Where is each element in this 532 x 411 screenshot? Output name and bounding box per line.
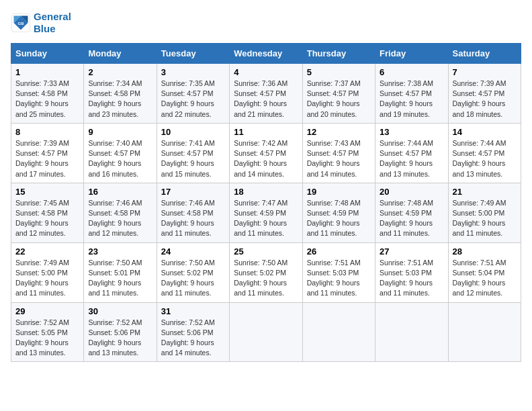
- calendar-cell: 18Sunrise: 7:47 AMSunset: 4:59 PMDayligh…: [230, 183, 302, 242]
- column-header-saturday: Saturday: [448, 44, 521, 64]
- day-info: Sunrise: 7:50 AMSunset: 5:01 PMDaylight:…: [88, 259, 142, 298]
- calendar-cell: [302, 302, 375, 362]
- day-info: Sunrise: 7:48 AMSunset: 4:59 PMDaylight:…: [380, 199, 433, 238]
- day-number: 31: [161, 306, 225, 316]
- calendar-week-row: 15Sunrise: 7:45 AMSunset: 4:58 PMDayligh…: [11, 183, 521, 242]
- calendar-cell: 8Sunrise: 7:39 AMSunset: 4:57 PMDaylight…: [11, 123, 84, 183]
- calendar-cell: 27Sunrise: 7:51 AMSunset: 5:03 PMDayligh…: [375, 242, 448, 302]
- calendar-cell: [230, 302, 302, 362]
- day-info: Sunrise: 7:42 AMSunset: 4:57 PMDaylight:…: [234, 139, 287, 178]
- calendar-cell: 22Sunrise: 7:49 AMSunset: 5:00 PMDayligh…: [11, 242, 84, 302]
- calendar-cell: 20Sunrise: 7:48 AMSunset: 4:59 PMDayligh…: [375, 183, 448, 242]
- column-header-tuesday: Tuesday: [157, 44, 229, 64]
- day-number: 6: [380, 67, 443, 77]
- day-info: Sunrise: 7:50 AMSunset: 5:02 PMDaylight:…: [161, 259, 215, 298]
- calendar-cell: 30Sunrise: 7:52 AMSunset: 5:06 PMDayligh…: [84, 302, 157, 362]
- day-number: 3: [161, 67, 225, 77]
- day-number: 15: [15, 187, 79, 197]
- day-number: 23: [88, 246, 152, 257]
- day-number: 9: [88, 127, 152, 137]
- calendar-cell: 4Sunrise: 7:36 AMSunset: 4:57 PMDaylight…: [230, 64, 302, 124]
- logo: GB General Blue: [11, 11, 71, 35]
- day-number: 16: [88, 187, 152, 197]
- calendar-table: SundayMondayTuesdayWednesdayThursdayFrid…: [11, 43, 521, 362]
- calendar-cell: 1Sunrise: 7:33 AMSunset: 4:58 PMDaylight…: [11, 64, 84, 124]
- day-info: Sunrise: 7:36 AMSunset: 4:57 PMDaylight:…: [234, 79, 287, 118]
- calendar-cell: 15Sunrise: 7:45 AMSunset: 4:58 PMDayligh…: [11, 183, 84, 242]
- calendar-week-row: 22Sunrise: 7:49 AMSunset: 5:00 PMDayligh…: [11, 242, 521, 302]
- day-number: 27: [380, 246, 443, 257]
- calendar-cell: 5Sunrise: 7:37 AMSunset: 4:57 PMDaylight…: [302, 64, 375, 124]
- day-number: 28: [453, 246, 517, 257]
- calendar-cell: 28Sunrise: 7:51 AMSunset: 5:04 PMDayligh…: [448, 242, 521, 302]
- day-info: Sunrise: 7:38 AMSunset: 4:57 PMDaylight:…: [380, 79, 433, 118]
- day-info: Sunrise: 7:46 AMSunset: 4:58 PMDaylight:…: [161, 199, 215, 238]
- svg-text:GB: GB: [18, 21, 25, 26]
- logo-text: General Blue: [34, 11, 71, 35]
- calendar-cell: 14Sunrise: 7:44 AMSunset: 4:57 PMDayligh…: [448, 123, 521, 183]
- calendar-header-row: SundayMondayTuesdayWednesdayThursdayFrid…: [11, 44, 521, 64]
- calendar-cell: 2Sunrise: 7:34 AMSunset: 4:58 PMDaylight…: [84, 64, 157, 124]
- day-info: Sunrise: 7:44 AMSunset: 4:57 PMDaylight:…: [453, 139, 506, 178]
- day-number: 19: [307, 187, 371, 197]
- day-number: 8: [15, 127, 79, 137]
- calendar-week-row: 1Sunrise: 7:33 AMSunset: 4:58 PMDaylight…: [11, 64, 521, 124]
- day-number: 14: [453, 127, 517, 137]
- day-info: Sunrise: 7:45 AMSunset: 4:58 PMDaylight:…: [15, 199, 69, 238]
- calendar-cell: 19Sunrise: 7:48 AMSunset: 4:59 PMDayligh…: [302, 183, 375, 242]
- calendar-cell: 9Sunrise: 7:40 AMSunset: 4:57 PMDaylight…: [84, 123, 157, 183]
- calendar-cell: 31Sunrise: 7:52 AMSunset: 5:06 PMDayligh…: [157, 302, 229, 362]
- day-info: Sunrise: 7:50 AMSunset: 5:02 PMDaylight:…: [234, 259, 287, 298]
- day-info: Sunrise: 7:35 AMSunset: 4:57 PMDaylight:…: [161, 79, 215, 118]
- day-info: Sunrise: 7:37 AMSunset: 4:57 PMDaylight:…: [307, 79, 361, 118]
- day-info: Sunrise: 7:33 AMSunset: 4:58 PMDaylight:…: [15, 79, 69, 118]
- day-info: Sunrise: 7:52 AMSunset: 5:05 PMDaylight:…: [15, 318, 69, 357]
- day-info: Sunrise: 7:43 AMSunset: 4:57 PMDaylight:…: [307, 139, 361, 178]
- calendar-cell: 7Sunrise: 7:39 AMSunset: 4:57 PMDaylight…: [448, 64, 521, 124]
- day-number: 20: [380, 187, 443, 197]
- day-info: Sunrise: 7:49 AMSunset: 5:00 PMDaylight:…: [15, 259, 69, 298]
- day-info: Sunrise: 7:39 AMSunset: 4:57 PMDaylight:…: [15, 139, 69, 178]
- day-number: 21: [453, 187, 517, 197]
- day-info: Sunrise: 7:46 AMSunset: 4:58 PMDaylight:…: [88, 199, 142, 238]
- column-header-wednesday: Wednesday: [230, 44, 302, 64]
- day-info: Sunrise: 7:34 AMSunset: 4:58 PMDaylight:…: [88, 79, 142, 118]
- calendar-cell: 3Sunrise: 7:35 AMSunset: 4:57 PMDaylight…: [157, 64, 229, 124]
- day-info: Sunrise: 7:44 AMSunset: 4:57 PMDaylight:…: [380, 139, 433, 178]
- day-info: Sunrise: 7:52 AMSunset: 5:06 PMDaylight:…: [161, 318, 215, 357]
- day-info: Sunrise: 7:48 AMSunset: 4:59 PMDaylight:…: [307, 199, 361, 238]
- column-header-monday: Monday: [84, 44, 157, 64]
- day-number: 11: [234, 127, 298, 137]
- calendar-cell: 26Sunrise: 7:51 AMSunset: 5:03 PMDayligh…: [302, 242, 375, 302]
- day-number: 2: [88, 67, 152, 77]
- calendar-cell: 6Sunrise: 7:38 AMSunset: 4:57 PMDaylight…: [375, 64, 448, 124]
- day-number: 22: [15, 246, 79, 257]
- column-header-sunday: Sunday: [11, 44, 84, 64]
- calendar-week-row: 8Sunrise: 7:39 AMSunset: 4:57 PMDaylight…: [11, 123, 521, 183]
- day-number: 1: [15, 67, 79, 77]
- day-info: Sunrise: 7:39 AMSunset: 4:57 PMDaylight:…: [453, 79, 506, 118]
- day-number: 13: [380, 127, 443, 137]
- calendar-cell: 12Sunrise: 7:43 AMSunset: 4:57 PMDayligh…: [302, 123, 375, 183]
- calendar-cell: [375, 302, 448, 362]
- day-number: 17: [161, 187, 225, 197]
- header: GB General Blue: [11, 11, 521, 35]
- calendar-cell: 17Sunrise: 7:46 AMSunset: 4:58 PMDayligh…: [157, 183, 229, 242]
- calendar-week-row: 29Sunrise: 7:52 AMSunset: 5:05 PMDayligh…: [11, 302, 521, 362]
- day-number: 29: [15, 306, 79, 316]
- day-number: 26: [307, 246, 371, 257]
- day-number: 30: [88, 306, 152, 316]
- calendar-cell: 29Sunrise: 7:52 AMSunset: 5:05 PMDayligh…: [11, 302, 84, 362]
- calendar-cell: 25Sunrise: 7:50 AMSunset: 5:02 PMDayligh…: [230, 242, 302, 302]
- day-number: 18: [234, 187, 298, 197]
- day-info: Sunrise: 7:49 AMSunset: 5:00 PMDaylight:…: [453, 199, 506, 238]
- calendar-cell: 21Sunrise: 7:49 AMSunset: 5:00 PMDayligh…: [448, 183, 521, 242]
- calendar-cell: 16Sunrise: 7:46 AMSunset: 4:58 PMDayligh…: [84, 183, 157, 242]
- day-number: 7: [453, 67, 517, 77]
- day-info: Sunrise: 7:52 AMSunset: 5:06 PMDaylight:…: [88, 318, 142, 357]
- calendar-cell: 13Sunrise: 7:44 AMSunset: 4:57 PMDayligh…: [375, 123, 448, 183]
- day-info: Sunrise: 7:40 AMSunset: 4:57 PMDaylight:…: [88, 139, 142, 178]
- logo-icon: GB: [11, 13, 31, 33]
- day-info: Sunrise: 7:41 AMSunset: 4:57 PMDaylight:…: [161, 139, 215, 178]
- day-info: Sunrise: 7:51 AMSunset: 5:04 PMDaylight:…: [453, 259, 506, 298]
